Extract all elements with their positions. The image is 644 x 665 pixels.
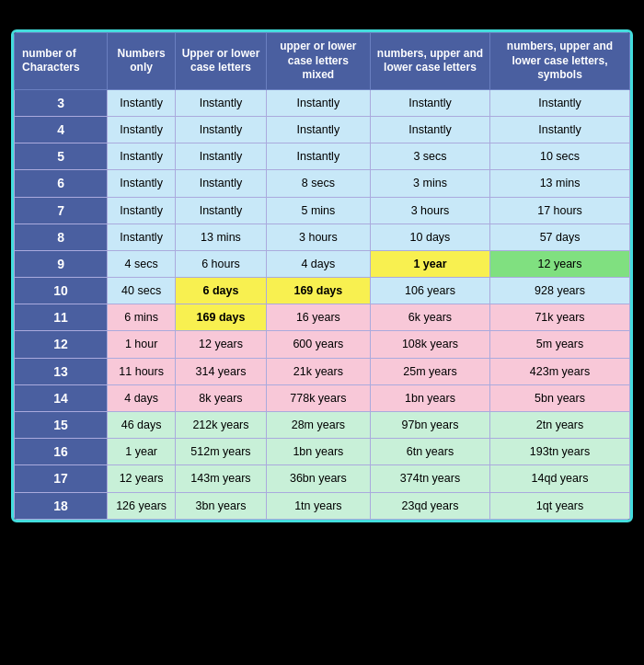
cell-r2-c4: 3 secs xyxy=(370,143,489,170)
cell-r15-c5: 1qt years xyxy=(490,492,630,519)
cell-r12-c2: 212k years xyxy=(176,412,267,439)
cell-r8-c5: 71k years xyxy=(490,304,630,331)
cell-r7-c5: 928 years xyxy=(490,278,630,304)
cell-r9-c5: 5m years xyxy=(490,331,630,358)
col-header-4: numbers, upper and lower case letters xyxy=(370,33,489,90)
cell-r2-c1: Instantly xyxy=(108,143,176,170)
table-row: 116 mins169 days16 years6k years71k year… xyxy=(15,304,630,331)
table-row: 1546 days212k years28m years97bn years2t… xyxy=(15,412,630,439)
cell-r14-c0: 17 xyxy=(15,465,108,492)
table-row: 5InstantlyInstantlyInstantly3 secs10 sec… xyxy=(15,143,630,170)
cell-r14-c4: 374tn years xyxy=(370,465,489,492)
table-row: 7InstantlyInstantly5 mins3 hours17 hours xyxy=(15,197,630,224)
cell-r1-c3: Instantly xyxy=(266,116,370,143)
cell-r0-c4: Instantly xyxy=(370,89,489,116)
cell-r10-c4: 25m years xyxy=(370,358,489,384)
password-table: number of CharactersNumbers onlyUpper or… xyxy=(14,32,630,520)
cell-r8-c2: 169 days xyxy=(176,304,267,331)
table-row: 1311 hours314 years21k years25m years423… xyxy=(15,358,630,384)
table-body: 3InstantlyInstantlyInstantlyInstantlyIns… xyxy=(15,89,630,519)
cell-r14-c3: 36bn years xyxy=(266,465,370,492)
cell-r5-c5: 57 days xyxy=(490,224,630,250)
cell-r11-c3: 778k years xyxy=(266,384,370,411)
cell-r9-c4: 108k years xyxy=(370,331,489,358)
cell-r15-c1: 126 years xyxy=(108,492,176,519)
col-header-5: numbers, upper and lower case letters, s… xyxy=(490,33,630,90)
cell-r15-c3: 1tn years xyxy=(266,492,370,519)
cell-r8-c1: 6 mins xyxy=(108,304,176,331)
col-header-3: upper or lower case letters mixed xyxy=(266,33,370,90)
cell-r4-c3: 5 mins xyxy=(266,197,370,224)
col-header-2: Upper or lower case letters xyxy=(176,33,267,90)
cell-r10-c5: 423m years xyxy=(490,358,630,384)
cell-r10-c0: 13 xyxy=(15,358,108,384)
cell-r0-c1: Instantly xyxy=(108,89,176,116)
cell-r8-c4: 6k years xyxy=(370,304,489,331)
cell-r3-c3: 8 secs xyxy=(266,170,370,197)
cell-r5-c4: 10 days xyxy=(370,224,489,250)
cell-r10-c3: 21k years xyxy=(266,358,370,384)
cell-r6-c4: 1 year xyxy=(370,250,489,277)
cell-r3-c0: 6 xyxy=(15,170,108,197)
cell-r13-c3: 1bn years xyxy=(266,439,370,465)
cell-r0-c0: 3 xyxy=(15,89,108,116)
cell-r0-c5: Instantly xyxy=(490,89,630,116)
cell-r3-c1: Instantly xyxy=(108,170,176,197)
cell-r5-c2: 13 mins xyxy=(176,224,267,250)
cell-r12-c5: 2tn years xyxy=(490,412,630,439)
cell-r9-c2: 12 years xyxy=(176,331,267,358)
cell-r15-c0: 18 xyxy=(15,492,108,519)
cell-r11-c0: 14 xyxy=(15,384,108,411)
cell-r3-c4: 3 mins xyxy=(370,170,489,197)
table-row: 8Instantly13 mins3 hours10 days57 days xyxy=(15,224,630,250)
cell-r14-c2: 143m years xyxy=(176,465,267,492)
cell-r6-c0: 9 xyxy=(15,250,108,277)
cell-r12-c4: 97bn years xyxy=(370,412,489,439)
cell-r4-c1: Instantly xyxy=(108,197,176,224)
cell-r5-c1: Instantly xyxy=(108,224,176,250)
table-row: 161 year512m years1bn years6tn years193t… xyxy=(15,439,630,465)
table-row: 144 days8k years778k years1bn years5bn y… xyxy=(15,384,630,411)
cell-r2-c2: Instantly xyxy=(176,143,267,170)
cell-r13-c4: 6tn years xyxy=(370,439,489,465)
cell-r1-c0: 4 xyxy=(15,116,108,143)
cell-r11-c2: 8k years xyxy=(176,384,267,411)
cell-r9-c0: 12 xyxy=(15,331,108,358)
table-row: 94 secs6 hours4 days1 year12 years xyxy=(15,250,630,277)
cell-r5-c0: 8 xyxy=(15,224,108,250)
table-row: 18126 years3bn years1tn years23qd years1… xyxy=(15,492,630,519)
cell-r13-c1: 1 year xyxy=(108,439,176,465)
table-row: 6InstantlyInstantly8 secs3 mins13 mins xyxy=(15,170,630,197)
cell-r4-c0: 7 xyxy=(15,197,108,224)
cell-r12-c3: 28m years xyxy=(266,412,370,439)
cell-r8-c3: 16 years xyxy=(266,304,370,331)
cell-r3-c2: Instantly xyxy=(176,170,267,197)
table-header-row: number of CharactersNumbers onlyUpper or… xyxy=(15,33,630,90)
cell-r2-c5: 10 secs xyxy=(490,143,630,170)
cell-r6-c1: 4 secs xyxy=(108,250,176,277)
cell-r1-c1: Instantly xyxy=(108,116,176,143)
cell-r13-c5: 193tn years xyxy=(490,439,630,465)
cell-r2-c3: Instantly xyxy=(266,143,370,170)
cell-r7-c0: 10 xyxy=(15,278,108,304)
cell-r4-c2: Instantly xyxy=(176,197,267,224)
cell-r4-c5: 17 hours xyxy=(490,197,630,224)
table-row: 4InstantlyInstantlyInstantlyInstantlyIns… xyxy=(15,116,630,143)
col-header-1: Numbers only xyxy=(108,33,176,90)
cell-r11-c1: 4 days xyxy=(108,384,176,411)
cell-r7-c1: 40 secs xyxy=(108,278,176,304)
cell-r7-c2: 6 days xyxy=(176,278,267,304)
cell-r6-c3: 4 days xyxy=(266,250,370,277)
cell-r15-c2: 3bn years xyxy=(176,492,267,519)
cell-r14-c1: 12 years xyxy=(108,465,176,492)
cell-r15-c4: 23qd years xyxy=(370,492,489,519)
cell-r1-c2: Instantly xyxy=(176,116,267,143)
cell-r13-c2: 512m years xyxy=(176,439,267,465)
cell-r8-c0: 11 xyxy=(15,304,108,331)
cell-r1-c5: Instantly xyxy=(490,116,630,143)
cell-r9-c3: 600 years xyxy=(266,331,370,358)
table-row: 3InstantlyInstantlyInstantlyInstantlyIns… xyxy=(15,89,630,116)
table-row: 121 hour12 years600 years108k years5m ye… xyxy=(15,331,630,358)
col-header-0: number of Characters xyxy=(15,33,108,90)
cell-r0-c2: Instantly xyxy=(176,89,267,116)
